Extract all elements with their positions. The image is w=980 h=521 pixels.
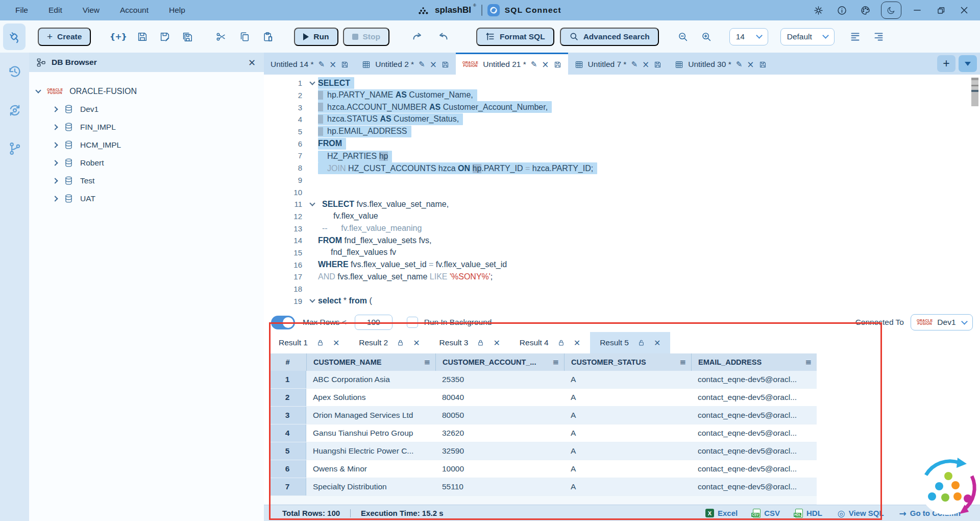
code-line[interactable]: 7HZ_PARTIES hp	[264, 150, 980, 162]
table-cell[interactable]: contact_eqne-dev5@oracl...	[691, 442, 817, 460]
table-row[interactable]: 2Apex Solutions80040Acontact_eqne-dev5@o…	[269, 389, 817, 407]
run-button[interactable]: Run	[294, 28, 338, 46]
save-icon[interactable]	[133, 28, 152, 46]
result-tab-result-5[interactable]: Result 5✕	[590, 332, 670, 353]
lock-icon[interactable]	[557, 339, 565, 347]
table-cell[interactable]: 80050	[435, 407, 564, 424]
close-window-button[interactable]	[952, 0, 976, 20]
code-line[interactable]: 15fnd_flex_values fv	[264, 247, 980, 259]
action-goto-column[interactable]: →Go to Column	[899, 508, 961, 518]
table-row[interactable]: 5Huangshi Electric Power C...32590Aconta…	[269, 442, 817, 460]
row-number-cell[interactable]: 4	[269, 424, 306, 442]
settings-gear-icon[interactable]	[806, 0, 830, 20]
git-branch-icon[interactable]	[8, 141, 22, 156]
editor-tab-untitled-7-[interactable]: Untitled 7 *✎×	[568, 53, 669, 75]
column-header-index[interactable]: #	[269, 353, 306, 371]
restore-button[interactable]	[929, 0, 952, 20]
menu-file[interactable]: File	[15, 6, 28, 15]
connection-select[interactable]: ORACLEFUSION Dev1	[911, 314, 973, 330]
table-row[interactable]: 7Specialty Distribution55110Acontact_eqn…	[269, 478, 817, 496]
fold-chevron-icon[interactable]	[307, 203, 318, 205]
save-tab-icon[interactable]	[442, 61, 449, 68]
lock-icon[interactable]	[477, 339, 484, 347]
result-tab-result-1[interactable]: Result 1✕	[269, 332, 349, 353]
dark-mode-toggle[interactable]	[881, 2, 901, 19]
table-cell[interactable]: A	[564, 371, 691, 388]
history-icon[interactable]	[7, 64, 22, 79]
result-tab-result-3[interactable]: Result 3✕	[430, 332, 510, 353]
table-row[interactable]: 4Gansu Tianshui Petro Group32620Acontact…	[269, 424, 817, 442]
fold-chevron-icon[interactable]	[307, 82, 318, 84]
code-line[interactable]: 13-- fv.flex_value_meaning	[264, 222, 980, 234]
column-header-customer_status[interactable]: CUSTOMER_STATUS≡	[564, 353, 691, 371]
max-rows-input[interactable]	[355, 315, 393, 330]
code-line[interactable]: 18	[264, 283, 980, 295]
editor-tab-untitled-21-[interactable]: ORACLEFUSIONUntitled 21 *✎×	[456, 53, 568, 75]
save-tab-icon[interactable]	[759, 61, 767, 68]
column-menu-icon[interactable]: ≡	[424, 358, 430, 367]
action-view-sql[interactable]: ◎View SQL	[838, 508, 884, 518]
close-result-icon[interactable]: ✕	[654, 338, 660, 348]
save-all-icon[interactable]	[178, 28, 197, 46]
table-cell[interactable]: A	[564, 460, 691, 478]
create-button[interactable]: + Create	[38, 28, 91, 46]
column-header-email_address[interactable]: EMAIL_ADDRESS≡	[691, 353, 817, 371]
column-header-customer_name[interactable]: CUSTOMER_NAME≡	[306, 353, 435, 371]
table-cell[interactable]: 25350	[435, 371, 564, 388]
close-tab-icon[interactable]: ×	[747, 59, 754, 69]
code-line[interactable]: 6FROM	[264, 137, 980, 150]
info-icon[interactable]	[830, 0, 853, 20]
table-cell[interactable]: A	[564, 424, 691, 442]
table-cell[interactable]: 32620	[435, 424, 564, 442]
table-row[interactable]: 1ABC Corporation Asia25350Acontact_eqne-…	[269, 371, 817, 389]
code-line[interactable]: 14FROM fnd_flex_value_sets fvs,	[264, 234, 980, 247]
column-menu-icon[interactable]: ≡	[805, 358, 812, 367]
code-line[interactable]: 1SELECT	[264, 77, 980, 89]
code-line[interactable]: 5hp.EMAIL_ADDRESS	[264, 126, 980, 138]
editor-tab-untitled-2-[interactable]: Untitled 2 *✎×	[355, 53, 456, 75]
save-tab-icon[interactable]	[654, 61, 662, 68]
rename-pencil-icon[interactable]: ✎	[631, 60, 638, 69]
cut-scissors-icon[interactable]	[211, 28, 231, 46]
tree-item-test[interactable]: Test	[36, 172, 264, 190]
save-tab-icon[interactable]	[554, 61, 561, 68]
tree-item-robert[interactable]: Robert	[36, 154, 264, 172]
table-cell[interactable]: Apex Solutions	[306, 389, 435, 406]
rename-pencil-icon[interactable]: ✎	[419, 60, 425, 69]
table-cell[interactable]: Orion Managed Services Ltd	[306, 407, 435, 424]
minimize-button[interactable]	[905, 0, 929, 20]
code-line[interactable]: 16WHERE fvs.flex_value_set_id = fv.flex_…	[264, 258, 980, 271]
column-header-customer_account_-[interactable]: CUSTOMER_ACCOUNT_...≡	[435, 353, 564, 371]
code-line[interactable]: 10	[264, 186, 980, 198]
save-tab-icon[interactable]	[341, 61, 349, 68]
table-cell[interactable]: Huangshi Electric Power C...	[306, 442, 435, 460]
tree-item-dev1[interactable]: Dev1	[36, 100, 264, 118]
tree-item-uat[interactable]: UAT	[36, 190, 264, 207]
redo-icon[interactable]	[408, 28, 427, 46]
rename-pencil-icon[interactable]: ✎	[318, 60, 325, 69]
new-tab-button[interactable]: +	[937, 55, 955, 72]
max-rows-toggle[interactable]	[271, 316, 295, 329]
table-cell[interactable]: A	[564, 442, 691, 460]
zoom-in-icon[interactable]	[697, 28, 716, 46]
table-row[interactable]: 3Orion Managed Services Ltd80050Acontact…	[269, 407, 817, 424]
code-line[interactable]: 8JOIN HZ_CUST_ACCOUNTS hzca ON hp.PARTY_…	[264, 162, 980, 174]
menu-view[interactable]: View	[83, 6, 100, 15]
table-cell[interactable]: Gansu Tianshui Petro Group	[306, 424, 435, 442]
code-line[interactable]: 12fv.flex_value	[264, 210, 980, 223]
code-line[interactable]: 19select * from (	[264, 295, 980, 307]
close-tab-icon[interactable]: ×	[430, 59, 437, 69]
close-panel-icon[interactable]: ✕	[248, 57, 256, 68]
code-line[interactable]: 3hzca.ACCOUNT_NUMBER AS Customer_Account…	[264, 101, 980, 113]
table-cell[interactable]: contact_eqne-dev5@oracl...	[691, 389, 817, 406]
fold-chevron-icon[interactable]	[307, 300, 318, 302]
snippet-icon[interactable]: {+}	[108, 28, 128, 46]
close-result-icon[interactable]: ✕	[493, 338, 500, 348]
close-result-icon[interactable]: ✕	[574, 338, 580, 348]
row-number-cell[interactable]: 3	[269, 407, 306, 424]
table-cell[interactable]: contact_eqne-dev5@oracl...	[691, 371, 817, 388]
code-line[interactable]: 9	[264, 174, 980, 186]
stop-button[interactable]: Stop	[343, 28, 389, 46]
table-cell[interactable]: 10000	[435, 460, 564, 478]
menu-account[interactable]: Account	[120, 6, 149, 15]
